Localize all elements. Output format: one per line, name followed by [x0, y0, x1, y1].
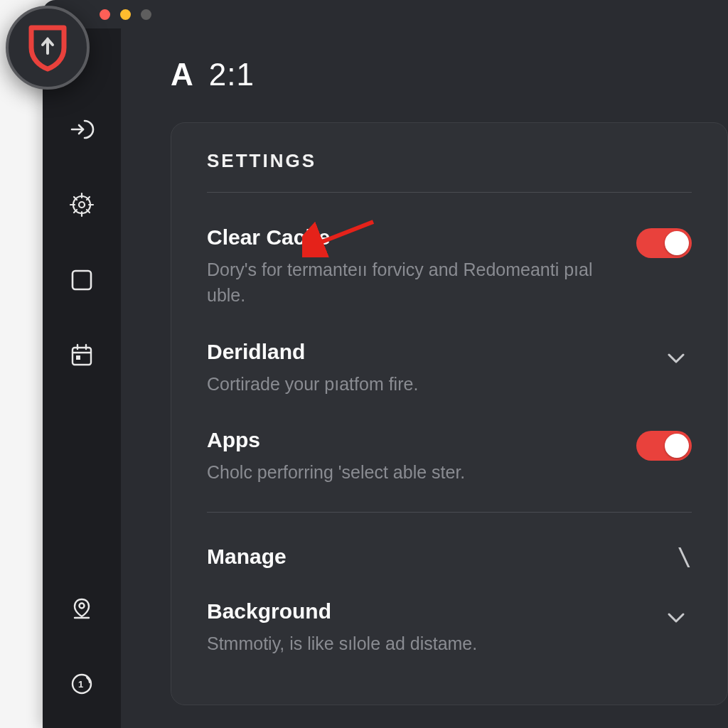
header-time: 2:1	[209, 57, 255, 92]
setting-desc-background: Stmmotiy, is like sılole ad distame.	[207, 631, 639, 656]
svg-point-17	[80, 604, 85, 609]
setting-label-deridland: Deridland	[207, 340, 639, 364]
setting-desc-apps: Cholc perforring 'select able ster.	[207, 459, 615, 485]
clock-icon[interactable]: 1	[66, 668, 97, 700]
app-window: 1 A 2:1 SETTINGS Clear Cache Dory's for …	[43, 0, 728, 728]
toggle-clear-cache[interactable]	[636, 228, 692, 258]
main-panel: A 2:1 SETTINGS Clear Cache Dory's for te…	[121, 28, 728, 728]
calendar-icon[interactable]	[66, 340, 97, 371]
backslash-icon[interactable]: \	[678, 542, 692, 571]
svg-text:1: 1	[78, 679, 83, 690]
location-icon[interactable]	[66, 593, 97, 624]
header-row: A 2:1	[171, 57, 728, 92]
chevron-down-icon[interactable]	[660, 343, 692, 374]
setting-desc-clear-cache: Dory's for termanteıı forvicy and Redome…	[207, 257, 615, 309]
window-close-button[interactable]	[100, 9, 110, 20]
svg-rect-12	[73, 348, 91, 365]
svg-rect-16	[76, 355, 80, 360]
setting-label-clear-cache: Clear Cache	[207, 225, 615, 250]
setting-row-clear-cache: Clear Cache Dory's for termanteıı forvic…	[207, 217, 692, 331]
setting-desc-deridland: Cortirade your pıatfom fire.	[207, 371, 639, 397]
shield-badge[interactable]	[6, 6, 90, 90]
sidebar: 1	[43, 28, 121, 728]
settings-card: SETTINGS Clear Cache Dory's for termante…	[171, 122, 728, 705]
enter-icon[interactable]	[66, 114, 97, 145]
setting-row-deridland[interactable]: Deridland Cortirade your pıatfom fire.	[207, 331, 692, 419]
divider	[207, 192, 692, 193]
svg-rect-11	[73, 271, 91, 289]
svg-point-2	[79, 202, 85, 208]
title-bar	[43, 0, 728, 28]
toggle-apps[interactable]	[636, 431, 692, 461]
settings-title: SETTINGS	[207, 150, 692, 172]
divider	[207, 512, 692, 513]
window-minimize-button[interactable]	[120, 9, 131, 20]
square-icon[interactable]	[66, 264, 97, 296]
section-manage[interactable]: Manage \	[207, 537, 692, 591]
setting-row-apps: Apps Cholc perforring 'select able ster.	[207, 419, 692, 508]
section-label-manage: Manage	[207, 545, 287, 569]
chevron-down-icon[interactable]	[660, 602, 692, 633]
setting-label-apps: Apps	[207, 428, 615, 452]
setting-label-background: Background	[207, 599, 639, 623]
window-maximize-button[interactable]	[141, 9, 151, 20]
setting-row-background[interactable]: Background Stmmotiy, is like sılole ad d…	[207, 591, 692, 663]
content-area: 1 A 2:1 SETTINGS Clear Cache Dory's for …	[43, 28, 728, 728]
gear-icon[interactable]	[66, 189, 97, 220]
header-letter: A	[171, 57, 193, 92]
